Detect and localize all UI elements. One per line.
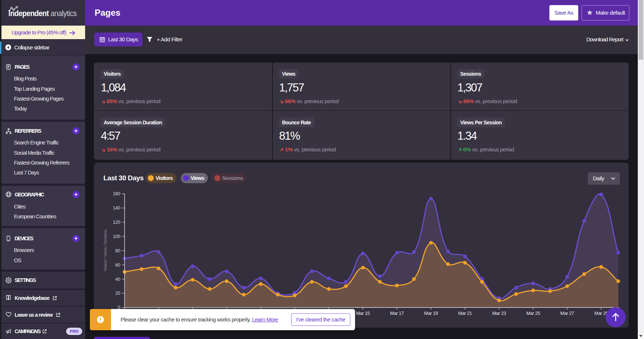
svg-text:140: 140: [113, 205, 120, 211]
svg-text:Mar 27: Mar 27: [560, 310, 574, 316]
svg-text:Mar 17: Mar 17: [390, 310, 404, 316]
svg-text:Mar 15: Mar 15: [356, 310, 370, 316]
svg-text:Mar 21: Mar 21: [458, 310, 472, 316]
svg-text:20: 20: [115, 290, 121, 296]
svg-text:Mar 19: Mar 19: [424, 310, 438, 316]
svg-text:Mar 23: Mar 23: [492, 310, 506, 316]
svg-text:60: 60: [115, 262, 121, 268]
svg-text:120: 120: [113, 219, 120, 225]
svg-text:Visitors / Views / Sessions: Visitors / Views / Sessions: [103, 229, 107, 271]
svg-text:Mar 25: Mar 25: [526, 310, 540, 316]
svg-text:100: 100: [113, 234, 120, 239]
svg-text:80: 80: [115, 248, 121, 253]
svg-text:160: 160: [113, 191, 120, 196]
svg-text:40: 40: [115, 276, 121, 282]
